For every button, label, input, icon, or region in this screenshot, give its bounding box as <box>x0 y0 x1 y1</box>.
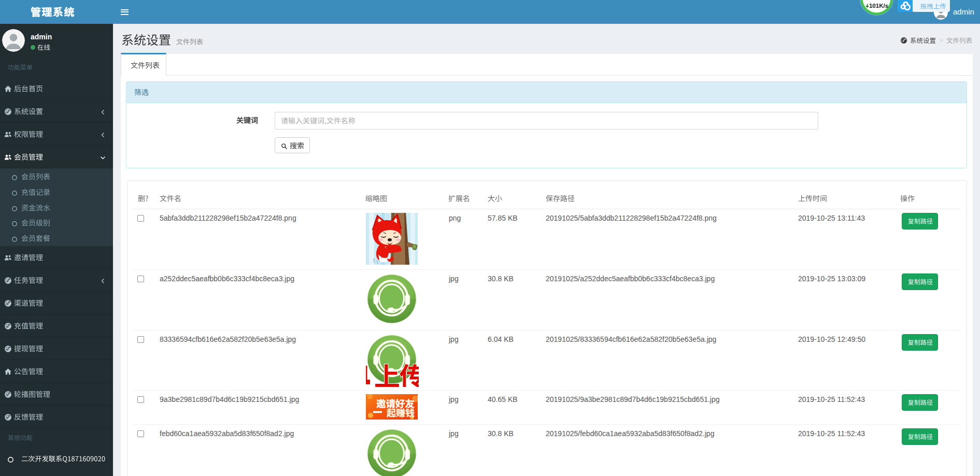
svg-text:101K/s: 101K/s <box>869 3 888 9</box>
